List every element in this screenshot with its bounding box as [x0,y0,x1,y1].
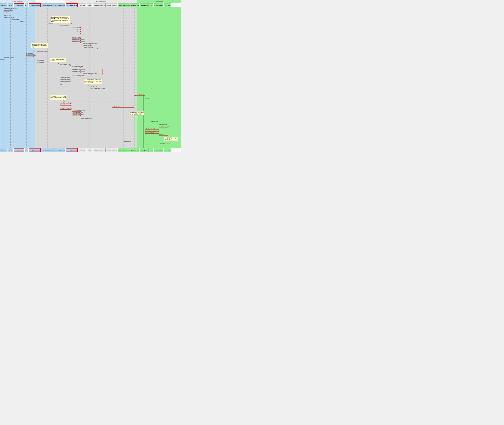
actor-a-activitymanagerproxy: A_ActivityManagerProxy [118,3,129,7]
msg-label-attach-application-2: attachApplication [60,100,68,101]
activation-a-activitythread [143,93,145,148]
lifeline-l-applicationthread [35,7,35,148]
msg-label-on-paused: onPaused [0,59,5,60]
msg-label-schedule-pause-activity-1: schedulePauseActivity [83,47,93,48]
msg-resume-top-activities-locked-1 [72,40,81,40]
sequence-diagram: Launcher process System process App proc… [0,0,181,153]
msg-label-resume-top-activities-locked-2: resumeTopActivitiesLocked [72,41,85,42]
msg-start-process-locked-3 [60,82,71,82]
msg-label-add-task: addTask [83,34,87,35]
msg-start-activity-may-wait [72,28,81,28]
msg-start-activity-ams2 [48,24,59,24]
actor-launcher: Launcher [0,3,7,7]
activation-a-applicationthread [134,115,135,133]
msg-label-attach: attach [139,94,142,95]
lifeline-activity [10,7,11,148]
msg-label-start-activity-safely: startActivitySafely [4,10,13,11]
msg-attach [135,95,145,96]
note-ams-launcher-paused: 通知AMS，Launcher通有正跑已经Paused。 [50,58,66,62]
msg-label-activity-resumed: activityResumed [124,141,131,142]
actor-a-applicationthreadproxy-bottom: A_ApplicationThreadProxy [105,148,117,152]
launcher-process-label: Launcher process [12,1,23,2]
msg-label-perform-pause-activity: performPauseActivity [26,55,36,56]
msg-label-start-process-locked-2: startProcessLocked [60,79,70,80]
actor-a-instrumentation: A_Instrumentation [154,3,163,7]
actor-a-applicationthread: A_ApplicationThread [129,3,139,7]
msg-label-activity-paused-1: activityPaused [37,60,44,61]
msg-label-resume-top-activity-inner-locked-2: resumeTopActivityInnerLocked [83,73,97,74]
msg-label-start-process-locked-3: startProcessLocked [60,81,70,82]
msg-label-resume-top-activities-locked-3: resumeTopActivitiesLocked [72,69,85,70]
msg-label-start-activity-locked-2: startActivityLocked [72,37,81,38]
msg-label-complete-pause-locked: completePauseLocked [72,66,83,67]
msg-label-oncreate-mainactivity: onCreate [159,134,164,135]
msg-label-start-via-zygote: startViaZygote [90,86,97,87]
note-oncreate-final: 大家最终走到了Activity的onCreate = .. [164,137,178,141]
msg-start-activity-for-result [4,18,15,18]
msg-label-activity-paused-2: activityPaused [37,62,44,63]
msg-send-message-2 [151,122,159,122]
actor-l-activitymanagerproxy: L_ActivityManagerProxy [41,3,53,7]
note-applicationthread-bind: 新来处的ApplicationThread绑定到AMS，完成绑定之后Applic… [50,95,67,100]
msg-label-start-activity-for-result: startActivityForResult [4,17,14,18]
launcher-region [0,7,35,148]
lifeline-l-instrumentation [19,7,19,148]
lifeline-process [90,7,90,148]
msg-label-resume-top-activities-locked-1: resumeTopActivitiesLocked [72,39,85,40]
actor-l-activitymanagerproxy-bottom: L_ActivityManagerProxy [41,148,53,152]
msg-label-start-activity-locked-1: startActivityLocked [72,28,81,30]
note-activitymanagernative: ActivityManagerNative.getDefault()返回Acti… [51,16,70,23]
actor-activitystacksupervisor-bottom: ActivityStackSupervisor [66,148,78,152]
system-region [35,7,137,148]
actor-a-h: A_H [149,3,153,7]
actor-a-applicationthread-bottom: A_ApplicationThread [129,148,139,152]
msg-label-start-app-only-activity: startApplicationOnlyActivity [4,8,17,9]
msg-start-activity-1 [4,13,10,14]
msg-start-activity-as-user [60,26,71,26]
msg-label-schedule-launch-activity-2: scheduleLaunchActivity [81,118,92,119]
note-applicationthreadproxy-launch: 通过ApplicationThreadProxy回搞App的组后面启动活正。 [129,111,144,115]
lifeline-a-applicationthreadproxy [111,7,111,148]
msg-start-activity-locked-2 [72,38,81,39]
note-applicationthread-proxy: 通过ApplicationThread的代理类，回调Launcher(宿主进程)… [31,43,48,48]
msg-label-perform-launch-activity: performLaunchActivity [145,128,155,129]
actor-activity: Activity [7,3,13,7]
msg-label-resume-top-activity-inner-locked: resumeTopActivityInnerLocked [83,43,97,44]
msg-label-zygote-send: zygoteSendArgsAndGetResult [90,88,105,89]
msg-label-start-activity-2: startActivity [4,15,10,16]
msg-label-main: main [145,93,148,93]
actor-l-applicationthreadproxy: L_ApplicationThreadProxy [93,3,105,7]
system-process-label: System process [96,1,105,2]
activation-activity-1 [10,11,11,15]
msg-handle-launch-activity [159,127,168,128]
msg-label-create-task-record: createTaskRecord [72,33,81,33]
actor-a-activitythread: A_ActivityThread [140,3,149,7]
msg-activity-paused-2 [35,63,59,63]
app-process-label: App process [155,1,163,2]
actor-process: Process [87,3,92,7]
msg-start-activity-locked-1 [72,30,81,30]
msg-label-handle-message: handleMessage [159,124,167,125]
lifeline-l-applicationthreadproxy [99,7,99,148]
msg-label-start-specific-activity-locked: startSpecificActivityLocked [72,75,85,76]
msg-label-send-bind-application: sendBindApplication [112,106,121,107]
msg-start [60,85,90,85]
msg-label-attach-application-1: attachApplication [104,98,112,100]
actor-a-activitymanagerproxy-bottom: A_ActivityManagerProxy [118,148,129,152]
msg-send-bind-application [112,107,134,108]
msg-label-start-activity-as-user: startActivityAsUser [60,25,69,26]
msg-label-call-activity-on-create: callActivityOnCreate [145,132,154,133]
msg-top-running-activity-locked [72,111,81,112]
msg-label-schedule-pause-activity-return: schedulePauseActivity [37,51,48,52]
actor-l-applicationthreadproxy-bottom: L_ApplicationThreadProxy [93,148,105,152]
msg-label-attach-application-locked: attachApplicationLocked [60,102,72,103]
actor-activitystack: ActivityStack [78,3,86,7]
actor-launcher-bottom: Launcher [0,148,7,152]
msg-label-start-process-locked-1: startProcessLocked [60,77,70,78]
msg-label-attach-application-locked-2: attachApplicationLocked [60,108,72,109]
lifeline-a-h [151,7,151,148]
msg-handle-resume-activity [159,144,168,144]
msg-label-bind-application: bindApplication [60,104,67,105]
msg-label-start-activity-unchecked-locked: startActivityUncheckedLocked [72,31,86,32]
lifeline-a-activitymanagerproxy [123,7,123,148]
